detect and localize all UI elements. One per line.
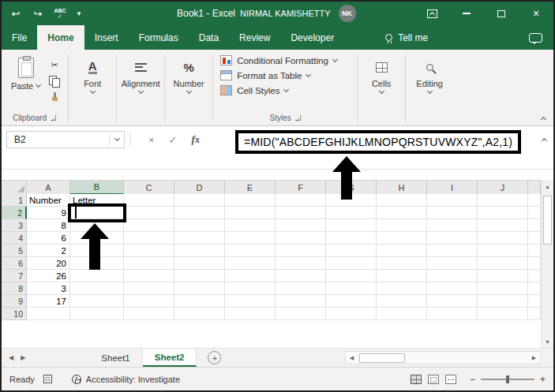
cell-I8[interactable]: [427, 282, 478, 295]
cell-A10[interactable]: [27, 308, 70, 320]
cell-F3[interactable]: [276, 219, 326, 232]
cell-C10[interactable]: [124, 308, 174, 320]
cell-C2[interactable]: [124, 207, 174, 219]
cell-J2[interactable]: [478, 207, 528, 219]
row-header-6[interactable]: 6: [2, 257, 27, 270]
cell-D4[interactable]: [174, 232, 225, 245]
alignment-group-button[interactable]: Alignment: [119, 51, 162, 125]
cell-C7[interactable]: [124, 270, 174, 282]
zoom-slider[interactable]: [481, 379, 534, 380]
column-header-E[interactable]: E: [225, 181, 276, 195]
cell-A1[interactable]: Number: [27, 194, 70, 207]
new-sheet-button[interactable]: +: [208, 351, 221, 364]
cell-D1[interactable]: [174, 194, 225, 207]
cut-button[interactable]: ✂: [47, 59, 62, 71]
column-header-D[interactable]: D: [174, 181, 225, 195]
cell-partial-9[interactable]: [528, 295, 541, 308]
cell-H9[interactable]: [377, 295, 427, 308]
cell-E8[interactable]: [225, 282, 276, 295]
cell-G3[interactable]: [326, 219, 377, 232]
accessibility-status[interactable]: Accessibility: Investigate: [72, 375, 180, 384]
cell-I2[interactable]: [427, 207, 478, 219]
cell-C8[interactable]: [124, 282, 174, 295]
sheet-tab-sheet2[interactable]: Sheet2: [143, 349, 197, 367]
cell-C1[interactable]: [124, 194, 174, 207]
comments-icon[interactable]: [529, 33, 542, 43]
cell-F10[interactable]: [276, 308, 326, 320]
hscroll-right-icon[interactable]: ▶: [528, 355, 540, 361]
page-break-view-icon[interactable]: [445, 375, 456, 384]
scroll-up-icon[interactable]: ▲: [542, 180, 553, 192]
cell-H8[interactable]: [377, 282, 427, 295]
cell-F9[interactable]: [276, 295, 326, 308]
styles-dialog-launcher-icon[interactable]: [295, 115, 301, 121]
cell-H1[interactable]: [377, 194, 427, 207]
tab-file[interactable]: File: [2, 25, 37, 50]
cell-J3[interactable]: [478, 219, 528, 232]
horizontal-scrollbar[interactable]: ◀ ▶: [345, 351, 541, 364]
cell-D9[interactable]: [174, 295, 225, 308]
cell-J8[interactable]: [478, 282, 528, 295]
format-as-table-button[interactable]: Format as Table: [219, 68, 351, 83]
formula-input[interactable]: =MID("ABCDEFGHIJKLMNOPQRSTUVWXYZ",A2,1): [244, 136, 512, 148]
cell-A7[interactable]: 26: [27, 270, 70, 282]
clipboard-dialog-launcher-icon[interactable]: [51, 115, 56, 121]
cell-I5[interactable]: [427, 245, 478, 257]
cell-D2[interactable]: [174, 207, 225, 219]
normal-view-icon[interactable]: [411, 375, 422, 384]
cell-G10[interactable]: [326, 308, 377, 320]
cell-B9[interactable]: [70, 295, 124, 308]
cell-E2[interactable]: [225, 207, 276, 219]
cell-I10[interactable]: [427, 308, 478, 320]
column-header-F[interactable]: F: [276, 181, 326, 195]
cell-J5[interactable]: [478, 245, 528, 257]
minimize-button[interactable]: [449, 2, 484, 25]
cell-D7[interactable]: [174, 270, 225, 282]
cells-group-button[interactable]: Cells: [360, 51, 403, 125]
maximize-button[interactable]: [484, 2, 519, 25]
ribbon-display-options-button[interactable]: [414, 2, 449, 25]
row-header-10[interactable]: 10: [2, 308, 27, 320]
cancel-button[interactable]: ×: [148, 134, 155, 146]
cell-I7[interactable]: [427, 270, 478, 282]
cell-J4[interactable]: [478, 232, 528, 245]
row-header-2[interactable]: 2: [2, 207, 27, 219]
cell-C4[interactable]: [124, 232, 174, 245]
tab-review[interactable]: Review: [229, 25, 280, 50]
cell-partial-4[interactable]: [528, 232, 541, 245]
cell-D5[interactable]: [174, 245, 225, 257]
cell-C9[interactable]: [124, 295, 174, 308]
cell-D3[interactable]: [174, 219, 225, 232]
cell-G4[interactable]: [326, 232, 377, 245]
cell-H6[interactable]: [377, 257, 427, 270]
tab-formulas[interactable]: Formulas: [129, 25, 189, 50]
cell-F5[interactable]: [276, 245, 326, 257]
tab-home[interactable]: Home: [37, 25, 84, 50]
font-group-button[interactable]: A Font: [71, 51, 114, 125]
vertical-scrollbar[interactable]: ▲ ▼: [541, 180, 553, 348]
zoom-in-icon[interactable]: +: [540, 374, 546, 385]
column-header-C[interactable]: C: [124, 181, 174, 195]
hscroll-left-icon[interactable]: ◀: [346, 355, 358, 361]
close-button[interactable]: ×: [519, 2, 553, 25]
cell-G6[interactable]: [326, 257, 377, 270]
cell-B8[interactable]: [70, 282, 124, 295]
collapse-formula-bar-icon[interactable]: [542, 138, 547, 144]
cell-E1[interactable]: [225, 194, 276, 207]
cell-partial-6[interactable]: [528, 257, 541, 270]
row-header-7[interactable]: 7: [2, 270, 27, 282]
cell-G8[interactable]: [326, 282, 377, 295]
cell-F2[interactable]: [276, 207, 326, 219]
redo-icon[interactable]: ↪: [28, 4, 47, 23]
cell-A2[interactable]: 9: [27, 207, 70, 219]
undo-icon[interactable]: ↩: [6, 4, 25, 23]
cell-partial-2[interactable]: [528, 207, 541, 219]
cell-G5[interactable]: [326, 245, 377, 257]
cell-H4[interactable]: [377, 232, 427, 245]
cell-F1[interactable]: [276, 194, 326, 207]
cell-C6[interactable]: [124, 257, 174, 270]
tell-me-button[interactable]: Tell me: [385, 25, 428, 50]
cell-H3[interactable]: [377, 219, 427, 232]
cell-A4[interactable]: 6: [27, 232, 70, 245]
number-group-button[interactable]: % Number: [167, 51, 210, 125]
